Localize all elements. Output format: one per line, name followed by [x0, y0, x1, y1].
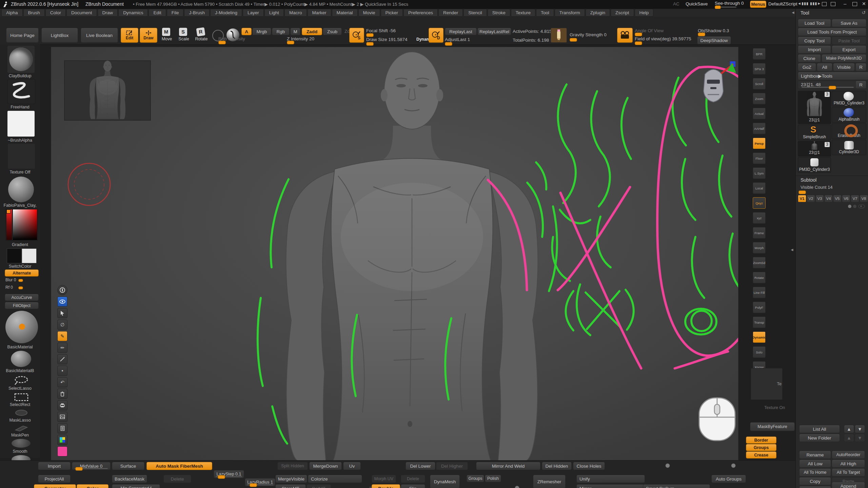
colorize-button[interactable]: Colorize: [308, 475, 362, 483]
deep-shadow-button[interactable]: DeepShadow: [697, 36, 731, 44]
m-button[interactable]: M: [290, 28, 300, 35]
menu-item[interactable]: J-Brush: [184, 9, 210, 17]
stroke-thumbnail[interactable]: [7, 79, 35, 104]
window-tile-icon[interactable]: [831, 2, 835, 6]
append-button[interactable]: Append: [832, 482, 865, 488]
see-through-track[interactable]: [715, 6, 736, 8]
canvas-preview-thumbnail[interactable]: [64, 61, 151, 120]
clone-button[interactable]: Clone: [798, 54, 821, 62]
lazystep-slider[interactable]: LazyStep 0.1: [214, 470, 244, 478]
flip-button[interactable]: Flip: [401, 484, 425, 488]
unify-button[interactable]: Unify: [576, 475, 645, 483]
color-grid-icon[interactable]: [57, 435, 67, 445]
print-icon[interactable]: [57, 400, 67, 410]
all-high-button[interactable]: All High: [832, 460, 865, 468]
all-to-target-button[interactable]: All To Target: [832, 468, 865, 476]
menu-item[interactable]: Movie: [358, 9, 380, 17]
adjust-last-slider[interactable]: AdjustLast 1: [445, 37, 470, 42]
minimize-button[interactable]: –: [844, 1, 846, 6]
load-tool-button[interactable]: Load Tool: [798, 19, 831, 27]
smart-resym-button[interactable]: Smart ReSym: [643, 484, 710, 488]
import-bottom-button[interactable]: Import: [38, 462, 71, 470]
dot-tool-icon[interactable]: •: [57, 366, 67, 376]
undo-icon[interactable]: ↶: [57, 377, 67, 387]
mergevisible-button[interactable]: MergeVisible: [275, 475, 307, 483]
menu-item[interactable]: File: [167, 9, 184, 17]
morph-uv-button[interactable]: Morph UV: [372, 475, 396, 483]
no-draw-icon[interactable]: ∅: [57, 320, 67, 330]
menu-item[interactable]: Dynamics: [118, 9, 148, 17]
menu-item[interactable]: Texture: [511, 9, 535, 17]
menu-item[interactable]: Document: [66, 9, 97, 17]
secondary-color-swatch[interactable]: [22, 248, 37, 263]
version-button[interactable]: V7: [851, 195, 860, 202]
polish-groups-dot[interactable]: [731, 463, 736, 468]
alpha-pencil-thumbnail[interactable]: [551, 28, 567, 43]
draw-size-slider[interactable]: Draw Size 191.5874: [366, 37, 408, 42]
list-down-button[interactable]: ▼: [855, 425, 865, 433]
camera-button[interactable]: [617, 28, 633, 43]
texture-thumbnail[interactable]: [7, 143, 35, 169]
visible-count-slider[interactable]: Visible Count 14: [801, 185, 832, 190]
ac-toggle[interactable]: AC: [673, 1, 679, 6]
blur-slider[interactable]: Blur 0: [5, 278, 16, 282]
window-stack-icon[interactable]: [822, 2, 827, 6]
visibility-eye-icon[interactable]: [57, 297, 67, 307]
storemt-button[interactable]: StoreMT: [275, 484, 306, 488]
replay-last-button[interactable]: ReplayLast: [445, 28, 477, 35]
mask-lasso-icon[interactable]: [13, 409, 30, 417]
current-tool-slider[interactable]: 23강1. 48: [798, 81, 857, 89]
zadd-button[interactable]: Zadd: [302, 28, 322, 35]
copy-tool-button[interactable]: Copy Tool: [798, 37, 831, 45]
border-button[interactable]: Border: [746, 436, 776, 444]
alternate-button[interactable]: Alternate: [5, 269, 39, 277]
right-shelf-button[interactable]: ZoomSd: [753, 257, 766, 268]
export-tool-button[interactable]: Export: [832, 45, 866, 54]
pencil-tool-icon[interactable]: ✏: [57, 343, 67, 353]
menu-item[interactable]: Macro: [284, 9, 307, 17]
all-low-button[interactable]: All Low: [799, 460, 831, 468]
tool-thumb-simplebrush[interactable]: S SimpleBrush: [798, 125, 831, 140]
version-button[interactable]: V6: [842, 195, 851, 202]
menu-item[interactable]: Material: [332, 9, 358, 17]
mirror-button[interactable]: Mirror: [576, 484, 645, 488]
eye-icon[interactable]: [858, 204, 865, 208]
tool-thumb-pm3d-cylinder-2[interactable]: PM3D_Cylinder3: [798, 157, 831, 173]
menu-item[interactable]: Help: [635, 9, 654, 17]
goz-button[interactable]: GoZ: [798, 63, 816, 71]
crease-button[interactable]: Crease: [746, 451, 776, 459]
zremesher-button[interactable]: ZRemesher: [533, 475, 566, 488]
alpha-thumbnail[interactable]: [7, 111, 35, 137]
lightbox-button[interactable]: LightBox: [41, 28, 78, 43]
right-shelf-button[interactable]: Floor: [753, 152, 766, 164]
version-button[interactable]: V3: [815, 195, 824, 202]
folder-down-button[interactable]: ▼: [855, 434, 865, 442]
right-shelf-button[interactable]: Solo: [753, 346, 766, 358]
texture-preview-box[interactable]: Te: [751, 368, 783, 400]
right-shelf-button[interactable]: Dynamic: [753, 331, 766, 343]
default-zscript-button[interactable]: DefaultZScript: [768, 1, 797, 6]
menu-item[interactable]: J-Modeling: [210, 9, 242, 17]
mrgb-a-button[interactable]: A: [241, 28, 252, 35]
version-button[interactable]: V2: [807, 195, 815, 202]
select-rect-icon[interactable]: [13, 393, 30, 402]
del-higher-button[interactable]: Del Higher: [436, 462, 468, 470]
pink-swatch-icon[interactable]: [57, 446, 67, 456]
menu-item[interactable]: Transform: [555, 9, 585, 17]
rf-slider[interactable]: Rf 0: [5, 285, 13, 290]
groups-button[interactable]: Groups: [746, 444, 776, 451]
document-canvas[interactable]: ∅ ✎ ✏ • ↶: [51, 47, 738, 461]
right-shelf-button[interactable]: Zoom: [753, 93, 766, 104]
edit-button[interactable]: Edit: [121, 28, 138, 43]
lazyradius-slider[interactable]: LazyRadius 1: [245, 478, 275, 486]
snapshot-icon[interactable]: [57, 412, 67, 422]
highlighter-pen-icon[interactable]: ✎: [57, 331, 67, 341]
select-lasso-icon[interactable]: [13, 375, 30, 385]
copy-subtool-button[interactable]: Copy: [799, 477, 831, 485]
menu-item[interactable]: Stroke: [488, 9, 510, 17]
right-shelf-button[interactable]: Morph: [753, 242, 766, 253]
menu-item[interactable]: Marker: [308, 9, 331, 17]
groups-bottom-button[interactable]: Groups: [467, 475, 484, 482]
main-color-swatch[interactable]: [7, 248, 22, 263]
load-tools-from-project-button[interactable]: Load Tools From Project: [798, 28, 866, 36]
